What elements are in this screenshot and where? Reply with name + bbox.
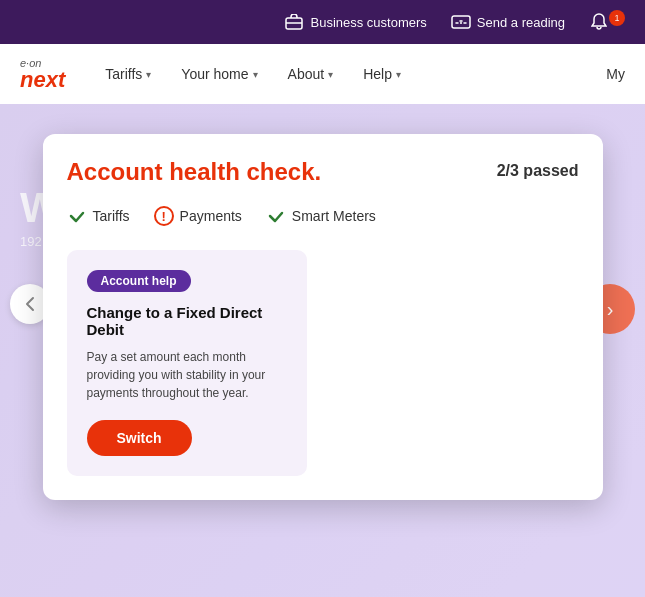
- account-help-card: Account help Change to a Fixed Direct De…: [67, 250, 307, 476]
- nav-tariffs-label: Tariffs: [105, 66, 142, 82]
- check-tariffs-label: Tariffs: [93, 208, 130, 224]
- switch-button[interactable]: Switch: [87, 420, 192, 456]
- notification-count: 1: [609, 10, 625, 26]
- chevron-down-icon: ▾: [253, 69, 258, 80]
- card-tag: Account help: [87, 270, 191, 292]
- svg-point-3: [460, 22, 462, 24]
- check-pass-icon: [266, 206, 286, 226]
- nav-help-label: Help: [363, 66, 392, 82]
- nav-my-label: My: [606, 66, 625, 82]
- card-title: Change to a Fixed Direct Debit: [87, 304, 287, 338]
- logo-next: next: [20, 69, 65, 91]
- nav-help[interactable]: Help ▾: [363, 66, 401, 82]
- chevron-down-icon: ▾: [146, 69, 151, 80]
- card-description: Pay a set amount each month providing yo…: [87, 348, 287, 402]
- background-content: We 192 G › Ac Account health check. 2/3 …: [0, 104, 645, 597]
- modal-passed: 2/3 passed: [497, 162, 579, 180]
- send-reading-link[interactable]: Send a reading: [451, 12, 565, 32]
- check-warn-icon: !: [154, 206, 174, 226]
- nav-about-label: About: [288, 66, 325, 82]
- check-smart-meters: Smart Meters: [266, 206, 376, 226]
- notifications-link[interactable]: 1: [589, 12, 625, 32]
- check-smart-meters-label: Smart Meters: [292, 208, 376, 224]
- business-customers-label: Business customers: [310, 15, 426, 30]
- chevron-down-icon: ▾: [328, 69, 333, 80]
- check-tariffs: Tariffs: [67, 206, 130, 226]
- modal-overlay: Account health check. 2/3 passed Tariffs…: [0, 104, 645, 597]
- top-bar: Business customers Send a reading 1: [0, 0, 645, 44]
- check-pass-icon: [67, 206, 87, 226]
- send-reading-label: Send a reading: [477, 15, 565, 30]
- nav-your-home[interactable]: Your home ▾: [181, 66, 257, 82]
- chevron-down-icon: ▾: [396, 69, 401, 80]
- nav-about[interactable]: About ▾: [288, 66, 334, 82]
- business-customers-link[interactable]: Business customers: [284, 12, 426, 32]
- nav-tariffs[interactable]: Tariffs ▾: [105, 66, 151, 82]
- meter-icon: [451, 12, 471, 32]
- logo: e·on next: [20, 58, 65, 91]
- modal-header: Account health check. 2/3 passed: [67, 158, 579, 186]
- nav-my[interactable]: My: [606, 66, 625, 82]
- bell-icon: [589, 12, 609, 32]
- nav-your-home-label: Your home: [181, 66, 248, 82]
- modal-title: Account health check.: [67, 158, 322, 186]
- nav-bar: e·on next Tariffs ▾ Your home ▾ About ▾ …: [0, 44, 645, 104]
- briefcase-icon: [284, 12, 304, 32]
- account-health-modal: Account health check. 2/3 passed Tariffs…: [43, 134, 603, 500]
- check-payments-label: Payments: [180, 208, 242, 224]
- modal-checks: Tariffs ! Payments Smart Meters: [67, 206, 579, 226]
- check-payments: ! Payments: [154, 206, 242, 226]
